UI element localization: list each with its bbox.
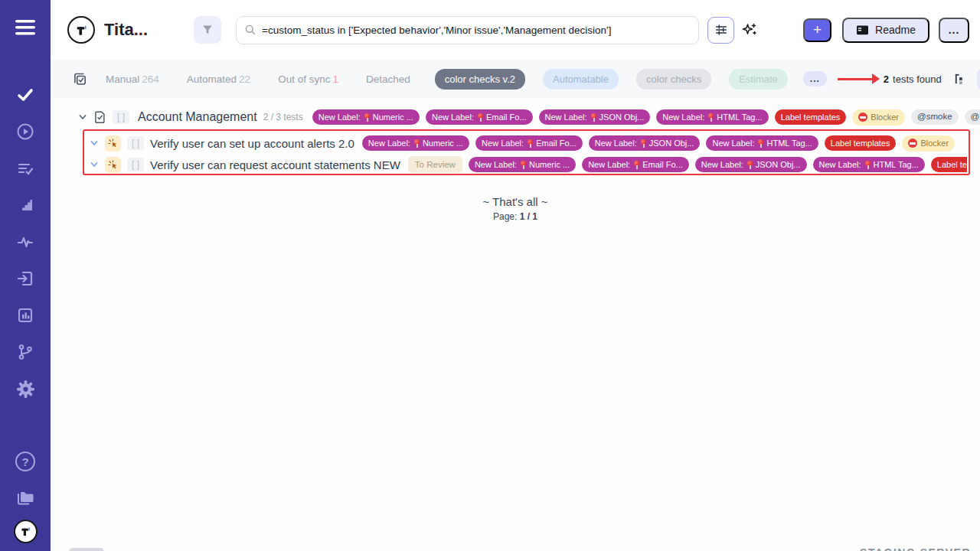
- sliders-icon: [714, 23, 728, 37]
- chip-estimate[interactable]: Estimate: [729, 69, 788, 90]
- page-title: Tita...: [104, 20, 148, 40]
- pin-icon: [590, 113, 596, 122]
- select-all-icon[interactable]: [73, 72, 87, 86]
- download-button[interactable]: [977, 67, 980, 90]
- no-entry-icon: [908, 139, 917, 148]
- chip-color-checks[interactable]: color checks: [636, 69, 711, 90]
- tag-badge[interactable]: @localisation: [965, 109, 980, 126]
- play-circle-icon[interactable]: [10, 116, 41, 147]
- branch-icon[interactable]: [10, 337, 41, 367]
- test-list: [ ] Account Management 2 / 3 tests New L…: [51, 98, 980, 551]
- status-badge[interactable]: To Review: [408, 156, 462, 173]
- chips-more-button[interactable]: ...: [803, 71, 827, 86]
- filter-bar: Manual264 Automated22 Out of sync1 Detac…: [51, 60, 980, 98]
- import-icon[interactable]: [10, 263, 41, 294]
- test-marker: [ ]: [127, 158, 144, 171]
- chevron-down-icon[interactable]: [78, 112, 87, 122]
- gear-icon[interactable]: [10, 373, 41, 404]
- label-badge[interactable]: New Label:Numeric ...: [312, 109, 420, 125]
- ai-sparkles-button[interactable]: [738, 17, 761, 44]
- annotation-arrow: [838, 78, 873, 80]
- suite-meta: 2 / 3 tests: [263, 112, 303, 122]
- thats-all-text: ~ That's all ~: [51, 195, 980, 208]
- page-indicator: Page: 1 / 1: [51, 211, 980, 222]
- label-badge[interactable]: New Label:HTML Tag...: [706, 135, 818, 151]
- chip-automatable[interactable]: Automatable: [543, 69, 619, 90]
- add-button[interactable]: +: [803, 18, 831, 42]
- test-marker: [ ]: [127, 136, 144, 150]
- pin-icon: [757, 139, 763, 148]
- pin-icon: [707, 113, 714, 122]
- label-badge[interactable]: Blocker: [902, 135, 955, 152]
- label-badge[interactable]: New Label:Numeric ...: [469, 157, 576, 172]
- hamburger-icon[interactable]: [10, 12, 41, 43]
- logo-icon[interactable]: [14, 520, 38, 543]
- suite-title[interactable]: Account Management: [138, 110, 257, 124]
- tab-detached[interactable]: Detached: [366, 73, 410, 85]
- search-input[interactable]: [262, 24, 691, 36]
- label-badge[interactable]: New Label:Email Fo...: [426, 109, 533, 125]
- chart-icon[interactable]: [10, 300, 41, 331]
- suite-row[interactable]: [ ] Account Management 2 / 3 tests New L…: [78, 106, 980, 128]
- app-logo-icon[interactable]: [67, 16, 95, 44]
- label-badge[interactable]: Label templates: [825, 135, 897, 151]
- test-row[interactable]: [ ] Verify user can set up account alert…: [90, 133, 967, 153]
- test-title[interactable]: Verify user can set up account alerts 2.…: [150, 137, 354, 150]
- chip-color-checks-v2[interactable]: color checks v.2: [435, 69, 525, 90]
- list-check-icon[interactable]: [10, 153, 41, 184]
- label-badge[interactable]: Label templates: [775, 109, 847, 125]
- label-badge[interactable]: New Label:JSON Obj...: [695, 157, 807, 172]
- folder-icon[interactable]: [10, 483, 41, 514]
- pin-icon: [864, 161, 871, 169]
- suite-marker: [ ]: [113, 110, 129, 124]
- label-badge[interactable]: New Label:JSON Obj...: [539, 109, 651, 125]
- pin-icon: [746, 161, 753, 169]
- label-badge[interactable]: New Label:Numeric ...: [362, 135, 469, 151]
- sidebar: ?: [0, 0, 51, 551]
- app-window: ? Tita...: [0, 0, 980, 551]
- tag-badge[interactable]: @smoke: [911, 109, 959, 126]
- chevron-down-icon[interactable]: [90, 160, 99, 169]
- pin-icon: [413, 139, 420, 148]
- test-title[interactable]: Verify user can request account statemen…: [150, 158, 400, 171]
- help-icon[interactable]: ?: [10, 446, 41, 477]
- stairs-icon[interactable]: [10, 190, 41, 220]
- pin-icon: [640, 139, 646, 148]
- interactive-test-icon: [105, 135, 121, 152]
- tests-check-icon[interactable]: [10, 80, 41, 110]
- filter-chips: color checks v.2 Automatable color check…: [435, 69, 788, 90]
- results-count: 2tests found: [884, 73, 942, 85]
- label-badge[interactable]: New Label:Email Fo...: [582, 157, 689, 172]
- tab-automated[interactable]: Automated22: [187, 73, 250, 85]
- suite-doc-icon: [93, 110, 106, 124]
- label-badge[interactable]: New Label:Email Fo...: [475, 135, 583, 151]
- pin-icon: [633, 161, 639, 169]
- header-more-button[interactable]: ...: [939, 18, 969, 43]
- search-icon: [244, 24, 256, 36]
- book-icon: [856, 24, 869, 36]
- horizontal-scrollbar-thumb[interactable]: [69, 548, 104, 551]
- filter-button[interactable]: [194, 16, 221, 44]
- highlight-annotation-box: [ ] Verify user can set up account alert…: [83, 129, 970, 175]
- activity-icon[interactable]: [10, 227, 41, 257]
- no-entry-icon: [858, 112, 867, 122]
- label-badge[interactable]: New Label:HTML Tag...: [813, 157, 925, 172]
- pin-icon: [477, 113, 483, 122]
- sidebar-bottom: ?: [10, 446, 41, 543]
- interactive-test-icon: [105, 157, 121, 173]
- tab-out-of-sync[interactable]: Out of sync1: [278, 73, 338, 85]
- tab-manual[interactable]: Manual264: [106, 73, 159, 85]
- readme-button[interactable]: Readme: [842, 18, 929, 43]
- chevron-down-icon[interactable]: [90, 139, 99, 148]
- funnel-icon: [201, 23, 214, 37]
- label-badge[interactable]: Label templates: [931, 157, 967, 172]
- tree-view-icon[interactable]: [951, 70, 969, 88]
- test-row[interactable]: [ ] Verify user can request account stat…: [90, 155, 967, 174]
- label-badge[interactable]: New Label:JSON Obj...: [589, 135, 701, 151]
- advanced-filter-button[interactable]: [707, 17, 734, 44]
- pin-icon: [520, 161, 526, 169]
- sparkles-icon: [741, 21, 758, 38]
- label-badge[interactable]: Blocker: [852, 109, 905, 126]
- end-of-list-note: ~ That's all ~ Page: 1 / 1: [51, 195, 980, 222]
- label-badge[interactable]: New Label:HTML Tag...: [656, 109, 768, 125]
